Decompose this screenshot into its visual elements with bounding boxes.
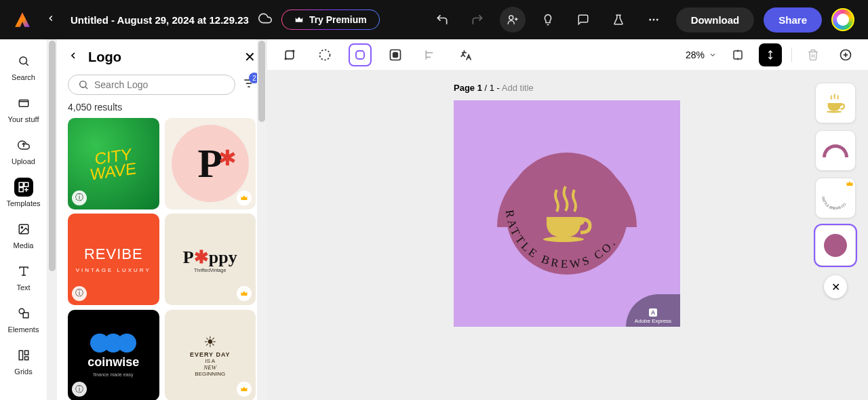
template-item[interactable]: CITY WAVEⓘ bbox=[68, 118, 159, 209]
svg-rect-10 bbox=[19, 182, 23, 186]
zoom-control[interactable]: 28% bbox=[686, 49, 717, 60]
shapes-icon bbox=[14, 304, 33, 323]
align-left-icon[interactable] bbox=[419, 43, 442, 66]
search-icon bbox=[78, 79, 89, 90]
curved-text[interactable]: RATTLE BREWS CO. bbox=[489, 136, 645, 292]
document-title[interactable]: Untitled - August 29, 2024 at 12.29.23 bbox=[71, 14, 249, 26]
template-item[interactable]: ☀EVERY DAYIS ANEWBEGINNING bbox=[165, 310, 256, 400]
premium-badge-icon bbox=[237, 382, 252, 397]
share-button[interactable]: Share bbox=[764, 7, 822, 33]
template-item[interactable]: P✱ bbox=[165, 118, 256, 209]
redo-icon[interactable] bbox=[465, 7, 490, 33]
svg-point-46 bbox=[827, 111, 842, 113]
svg-line-23 bbox=[85, 87, 87, 89]
fit-page-icon[interactable] bbox=[726, 43, 749, 66]
filter-button[interactable]: 2 bbox=[242, 77, 256, 93]
grids-icon bbox=[14, 346, 33, 365]
rail-scrollbar[interactable] bbox=[47, 39, 57, 400]
beaker-icon[interactable] bbox=[606, 7, 631, 33]
svg-rect-12 bbox=[19, 188, 23, 192]
rail-search[interactable]: Search bbox=[0, 49, 47, 84]
sun-icon: ☀ bbox=[203, 334, 217, 351]
search-icon bbox=[14, 52, 33, 71]
rail-upload[interactable]: Upload bbox=[0, 133, 47, 168]
canvas-area: 28% Page 1 / 1 - Add title bbox=[267, 39, 868, 400]
rail-grids[interactable]: Grids bbox=[0, 343, 47, 378]
layer-text[interactable]: RATTLE BREWS CO. bbox=[815, 178, 856, 218]
try-premium-button[interactable]: Try Premium bbox=[281, 9, 380, 30]
premium-label: Try Premium bbox=[309, 14, 367, 25]
comment-icon[interactable] bbox=[570, 7, 596, 33]
svg-rect-19 bbox=[19, 351, 22, 360]
svg-point-14 bbox=[21, 226, 22, 228]
page-label[interactable]: Page 1 / 1 - Add title bbox=[454, 83, 534, 93]
template-item[interactable]: coinwisefinance made easyⓘ bbox=[68, 310, 159, 400]
add-page-icon[interactable] bbox=[834, 43, 857, 66]
invite-icon[interactable] bbox=[500, 7, 526, 33]
info-icon[interactable]: ⓘ bbox=[72, 382, 87, 397]
crown-icon bbox=[294, 15, 304, 24]
search-input-wrapper[interactable] bbox=[68, 75, 235, 95]
left-rail: Search Your stuff Upload Templates Media… bbox=[0, 39, 47, 400]
rail-elements[interactable]: Elements bbox=[0, 301, 47, 336]
color-wheel-icon[interactable] bbox=[313, 43, 336, 66]
info-icon[interactable]: ⓘ bbox=[72, 191, 87, 205]
crown-icon bbox=[846, 180, 854, 188]
layer-cup[interactable] bbox=[815, 83, 856, 123]
close-layers-icon[interactable]: ✕ bbox=[824, 275, 847, 298]
rail-text[interactable]: Text bbox=[0, 259, 47, 294]
folder-icon bbox=[14, 94, 33, 113]
square-in-square-icon[interactable] bbox=[384, 43, 407, 66]
more-icon[interactable] bbox=[641, 7, 667, 33]
templates-panel: Logo ✕ 2 4,050 results CITY WAVEⓘ P✱ REV… bbox=[57, 39, 267, 400]
template-item[interactable]: REVIBEVINTAGE LUXURYⓘ bbox=[68, 214, 159, 305]
svg-rect-37 bbox=[734, 51, 742, 59]
premium-badge-icon bbox=[237, 286, 252, 301]
rail-media[interactable]: Media bbox=[0, 217, 47, 252]
layer-arc[interactable] bbox=[815, 130, 856, 171]
svg-rect-20 bbox=[24, 351, 28, 355]
auto-height-icon[interactable] bbox=[759, 43, 782, 66]
chevron-down-icon bbox=[709, 51, 717, 59]
layers-panel: RATTLE BREWS CO. ✕ bbox=[815, 83, 856, 298]
crop-icon[interactable] bbox=[278, 43, 301, 66]
user-avatar[interactable] bbox=[831, 8, 854, 31]
rail-templates[interactable]: Templates bbox=[0, 175, 47, 210]
search-input[interactable] bbox=[94, 79, 225, 90]
svg-rect-33 bbox=[393, 52, 398, 57]
rail-your-stuff[interactable]: Your stuff bbox=[0, 91, 47, 126]
trash-icon[interactable] bbox=[802, 43, 825, 66]
rounded-rect-icon[interactable] bbox=[349, 43, 372, 66]
svg-rect-18 bbox=[23, 313, 28, 318]
asterisk-icon: ✱ bbox=[218, 145, 237, 171]
canvas-toolbar: 28% bbox=[267, 39, 868, 71]
templates-icon bbox=[14, 178, 33, 197]
svg-text:RATTLE BREWS CO.: RATTLE BREWS CO. bbox=[821, 196, 847, 210]
panel-scrollbar[interactable] bbox=[257, 39, 267, 400]
undo-icon[interactable] bbox=[429, 7, 455, 33]
svg-rect-31 bbox=[356, 51, 364, 59]
layer-circle[interactable] bbox=[815, 225, 856, 266]
svg-point-5 bbox=[652, 19, 654, 21]
lightbulb-icon[interactable] bbox=[535, 7, 561, 33]
cloud-sync-icon[interactable] bbox=[258, 12, 272, 28]
template-item[interactable]: P✱ppyThriftedVintage bbox=[165, 214, 256, 305]
svg-point-30 bbox=[320, 49, 330, 60]
back-arrow-icon[interactable] bbox=[41, 11, 61, 28]
results-count: 4,050 results bbox=[68, 102, 256, 113]
panel-close-icon[interactable]: ✕ bbox=[244, 49, 256, 65]
text-icon bbox=[14, 262, 33, 281]
info-icon[interactable]: ⓘ bbox=[72, 286, 87, 301]
svg-point-28 bbox=[293, 50, 294, 52]
translate-icon[interactable] bbox=[454, 43, 477, 66]
top-bar: Untitled - August 29, 2024 at 12.29.23 T… bbox=[0, 0, 868, 39]
watermark: A Adobe Express bbox=[626, 294, 680, 327]
panel-back-icon[interactable] bbox=[68, 50, 79, 64]
artboard[interactable]: RATTLE BREWS CO. A Adobe Express bbox=[454, 100, 680, 327]
svg-point-0 bbox=[509, 16, 513, 20]
download-button[interactable]: Download bbox=[676, 7, 755, 33]
app-logo[interactable] bbox=[14, 11, 31, 28]
svg-rect-11 bbox=[24, 182, 28, 186]
templates-grid: CITY WAVEⓘ P✱ REVIBEVINTAGE LUXURYⓘ P✱pp… bbox=[68, 118, 256, 400]
upload-icon bbox=[14, 136, 33, 155]
